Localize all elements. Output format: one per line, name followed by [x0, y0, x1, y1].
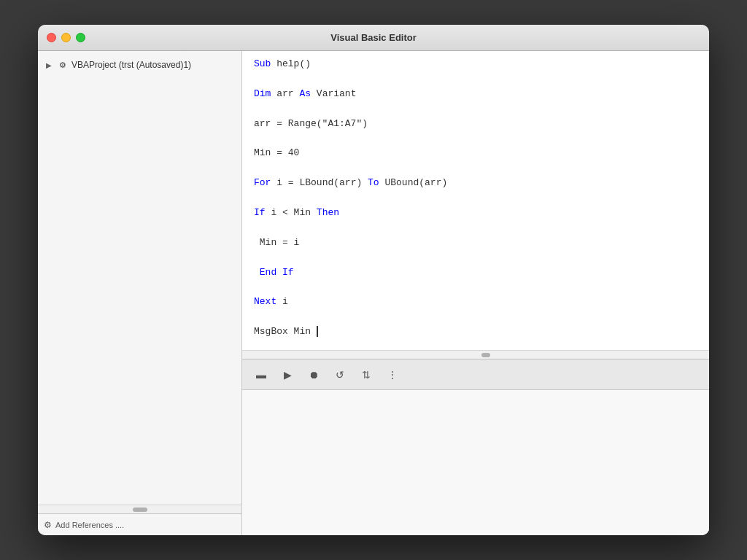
sidebar-tree: ▶ ⚙ VBAProject (trst (Autosaved)1): [38, 51, 241, 505]
code-line-14: [254, 251, 697, 265]
code-editor[interactable]: Sub help() Dim arr As Variant arr = Rang…: [242, 51, 709, 350]
traffic-lights: [47, 33, 85, 42]
code-line-2: [254, 72, 697, 87]
code-line-5: arr = Range("A1:A7"): [254, 117, 697, 132]
code-line-18: [254, 310, 697, 324]
code-line-8: [254, 161, 697, 176]
add-references-label: Add References ....: [55, 521, 124, 529]
reset-button[interactable]: ↺: [330, 365, 350, 385]
sidebar-item-vbaproject[interactable]: ▶ ⚙ VBAProject (trst (Autosaved)1): [38, 57, 241, 73]
code-line-15: End If: [254, 265, 697, 281]
code-line-20: [254, 340, 697, 350]
code-line-10: [254, 191, 697, 206]
main-content: ▶ ⚙ VBAProject (trst (Autosaved)1) ⚙ Add…: [38, 51, 709, 535]
code-line-3: Dim arr As Variant: [254, 87, 697, 102]
add-references-icon: ⚙: [44, 520, 52, 530]
bottom-panel: [242, 389, 709, 535]
close-button[interactable]: [47, 33, 56, 42]
window: Visual Basic Editor ▶ ⚙ VBAProject (trst…: [38, 25, 709, 535]
toolbar: ▬ ▶ ⏺ ↺ ⇅ ⋮: [242, 359, 709, 389]
sidebar-item-label: VBAProject (trst (Autosaved)1): [71, 60, 191, 70]
tree-arrow-icon: ▶: [44, 60, 54, 70]
code-line-7: Min = 40: [254, 146, 697, 161]
sidebar: ▶ ⚙ VBAProject (trst (Autosaved)1) ⚙ Add…: [38, 51, 242, 535]
code-line-16: [254, 280, 697, 295]
project-icon: ⚙: [57, 59, 69, 71]
toggle-button[interactable]: ⇅: [356, 365, 376, 385]
sidebar-scrollbar-thumb: [133, 508, 147, 512]
code-line-12: [254, 221, 697, 236]
watch-button[interactable]: ⋮: [382, 365, 403, 385]
code-line-1: Sub help(): [254, 57, 697, 72]
sidebar-scrollbar[interactable]: [38, 505, 241, 513]
run-button[interactable]: ▬: [251, 365, 271, 385]
code-line-13: Min = i: [254, 236, 697, 251]
code-line-17: Next i: [254, 295, 697, 310]
minimize-button[interactable]: [61, 33, 71, 42]
code-line-11: If i < Min Then: [254, 206, 697, 221]
code-line-9: For i = LBound(arr) To UBound(arr): [254, 176, 697, 191]
maximize-button[interactable]: [76, 33, 85, 42]
code-line-4: [254, 102, 697, 117]
editor-panel: Sub help() Dim arr As Variant arr = Rang…: [242, 51, 709, 535]
break-button[interactable]: ⏺: [303, 365, 324, 385]
editor-scrollbar-thumb: [481, 353, 490, 357]
code-line-19: MsgBox Min: [254, 324, 697, 340]
window-title: Visual Basic Editor: [330, 32, 417, 43]
step-into-button[interactable]: ▶: [277, 365, 298, 385]
title-bar: Visual Basic Editor: [38, 25, 709, 51]
code-line-6: [254, 131, 697, 146]
add-references-button[interactable]: ⚙ Add References ....: [38, 513, 241, 535]
editor-horizontal-scrollbar[interactable]: [242, 350, 709, 359]
